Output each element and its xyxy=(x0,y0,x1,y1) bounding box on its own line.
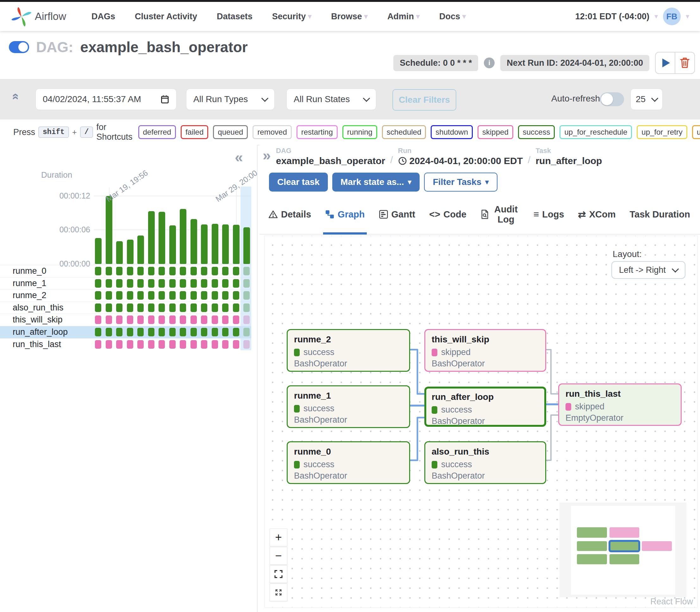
task-instance-square[interactable] xyxy=(222,328,228,336)
task-instance-square[interactable] xyxy=(222,340,228,349)
task-instance-square[interactable] xyxy=(169,279,176,288)
task-row-runme_2[interactable]: runme_2 xyxy=(0,289,251,302)
state-badge-deferred[interactable]: deferred xyxy=(138,125,176,139)
tab-code[interactable]: <>Code xyxy=(429,195,467,234)
tab-details[interactable]: Details xyxy=(268,195,311,234)
task-instance-square[interactable] xyxy=(116,340,122,349)
task-label[interactable]: run_this_last xyxy=(13,339,61,349)
state-badge-up_for_retry[interactable]: up_for_retry xyxy=(637,125,687,139)
task-instance-square[interactable] xyxy=(180,291,186,300)
task-instance-square[interactable] xyxy=(137,328,144,336)
task-instance-square[interactable] xyxy=(180,328,186,336)
breadcrumb-run-value[interactable]: 2024-04-01, 20:00:00 EDT xyxy=(398,155,523,166)
task-instance-square[interactable] xyxy=(95,316,101,324)
task-instance-square[interactable] xyxy=(201,304,207,312)
task-instance-square[interactable] xyxy=(169,291,176,300)
task-instance-square[interactable] xyxy=(116,279,122,288)
tab-xcom[interactable]: ⇄XCom xyxy=(578,195,616,234)
tab-logs[interactable]: ≡Logs xyxy=(534,195,564,234)
filter-tasks-button[interactable]: Filter Tasks▾ xyxy=(424,172,498,192)
task-row-runme_1[interactable]: runme_1 xyxy=(0,277,251,290)
graph-node-runme-1[interactable]: runme_1 success BashOperator xyxy=(287,385,410,428)
task-instance-square[interactable] xyxy=(137,340,144,349)
task-instance-square[interactable] xyxy=(159,340,165,349)
graph-node-runme-0[interactable]: runme_0 success BashOperator xyxy=(287,441,410,484)
task-instance-square[interactable] xyxy=(169,267,176,275)
task-instance-square[interactable] xyxy=(95,291,101,300)
duration-bar[interactable] xyxy=(116,241,123,264)
duration-bar[interactable] xyxy=(212,224,218,264)
duration-bar[interactable] xyxy=(243,227,250,264)
task-instance-square[interactable] xyxy=(190,291,197,300)
task-instance-square[interactable] xyxy=(190,328,197,336)
tab-audit-log[interactable]: Audit Log xyxy=(480,195,520,234)
state-badge-running[interactable]: running xyxy=(342,125,377,139)
task-instance-square[interactable] xyxy=(148,279,154,288)
duration-bar[interactable] xyxy=(106,196,112,264)
task-instance-square[interactable] xyxy=(222,291,228,300)
state-badge-removed[interactable]: removed xyxy=(253,125,292,139)
task-instance-square[interactable] xyxy=(201,340,207,349)
task-instance-square[interactable] xyxy=(190,304,197,312)
task-instance-square[interactable] xyxy=(106,291,112,300)
task-instance-square[interactable] xyxy=(212,279,218,288)
nav-item-admin[interactable]: Admin▾ xyxy=(387,12,420,22)
task-row-run_after_loop[interactable]: run_after_loop xyxy=(0,326,251,338)
nav-item-docs[interactable]: Docs▾ xyxy=(439,12,466,22)
task-instance-square[interactable] xyxy=(190,340,197,349)
task-instance-square[interactable] xyxy=(159,267,165,275)
task-instance-square[interactable] xyxy=(127,304,133,312)
timezone-clock[interactable]: 12:01 EDT (-04:00) xyxy=(575,12,649,22)
state-badge-queued[interactable]: queued xyxy=(213,125,248,139)
task-instance-square[interactable] xyxy=(127,328,133,336)
task-row-runme_0[interactable]: runme_0 xyxy=(0,265,251,277)
task-instance-square[interactable] xyxy=(137,316,144,324)
task-instance-square[interactable] xyxy=(106,340,112,349)
duration-bar[interactable] xyxy=(159,212,165,264)
state-badge-restarting[interactable]: restarting xyxy=(297,125,338,139)
task-instance-square[interactable] xyxy=(233,279,239,288)
task-instance-square[interactable] xyxy=(159,304,165,312)
task-label[interactable]: also_run_this xyxy=(13,303,64,312)
task-instance-square[interactable] xyxy=(137,279,144,288)
nav-item-cluster-activity[interactable]: Cluster Activity xyxy=(135,12,197,22)
task-instance-square[interactable] xyxy=(106,304,112,312)
nav-item-browse[interactable]: Browse▾ xyxy=(331,12,368,22)
task-instance-square[interactable] xyxy=(233,316,239,324)
task-label[interactable]: runme_0 xyxy=(13,266,46,276)
duration-bar[interactable] xyxy=(148,211,155,264)
task-label[interactable]: this_will_skip xyxy=(13,315,63,325)
task-instance-square[interactable] xyxy=(137,304,144,312)
react-flow-attribution[interactable]: React Flow xyxy=(650,597,693,607)
zoom-in-button[interactable]: + xyxy=(270,529,287,546)
task-instance-square[interactable] xyxy=(201,316,207,324)
page-size-select[interactable]: 25 xyxy=(630,88,663,110)
task-instance-square[interactable] xyxy=(148,267,154,275)
nav-item-datasets[interactable]: Datasets xyxy=(217,12,253,22)
schedule-badge[interactable]: Schedule: 0 0 * * * xyxy=(393,55,478,71)
duration-bar[interactable] xyxy=(222,224,229,264)
tab-graph[interactable]: Graph xyxy=(325,195,365,234)
fit-view-button[interactable] xyxy=(270,565,287,583)
task-instance-square[interactable] xyxy=(127,316,133,324)
task-instance-square[interactable] xyxy=(180,267,186,275)
task-instance-square[interactable] xyxy=(116,328,122,336)
task-instance-square[interactable] xyxy=(95,279,101,288)
state-badge-up_for_reschedule[interactable]: up_for_reschedule xyxy=(560,125,632,139)
chevron-down-icon[interactable]: ▾ xyxy=(655,12,658,20)
run-states-select[interactable]: All Run States xyxy=(286,88,376,110)
task-instance-square[interactable] xyxy=(212,316,218,324)
task-instance-square[interactable] xyxy=(116,316,122,324)
task-instance-square[interactable] xyxy=(116,304,122,312)
base-date-input[interactable]: 04/02/2024, 11:55:37 AM xyxy=(36,88,177,110)
task-instance-square[interactable] xyxy=(148,291,154,300)
tab-gantt[interactable]: Gantt xyxy=(379,195,416,234)
task-instance-square[interactable] xyxy=(95,304,101,312)
task-instance-square[interactable] xyxy=(233,340,239,349)
layout-select[interactable]: Left -> Right xyxy=(611,261,685,279)
task-instance-square[interactable] xyxy=(201,328,207,336)
task-instance-square[interactable] xyxy=(116,267,122,275)
user-avatar[interactable]: FB xyxy=(663,8,681,25)
task-instance-square[interactable] xyxy=(148,304,154,312)
task-instance-square[interactable] xyxy=(169,328,176,336)
